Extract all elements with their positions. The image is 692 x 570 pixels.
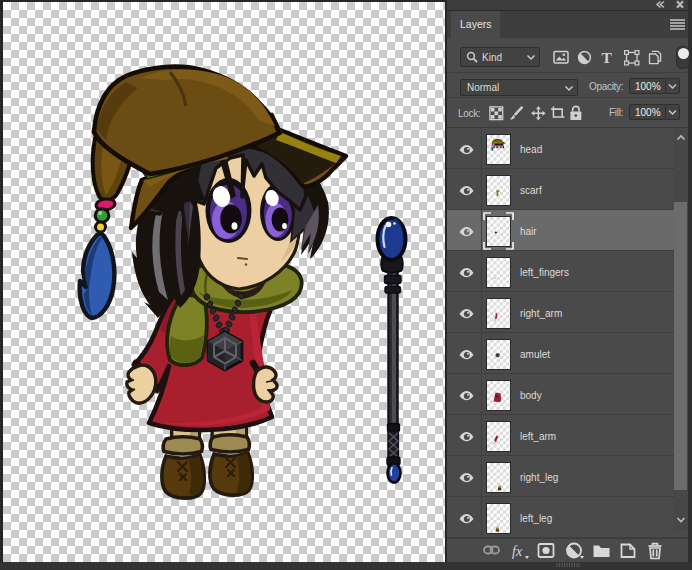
svg-text:fx: fx [512, 544, 523, 559]
svg-text:T: T [602, 49, 613, 66]
